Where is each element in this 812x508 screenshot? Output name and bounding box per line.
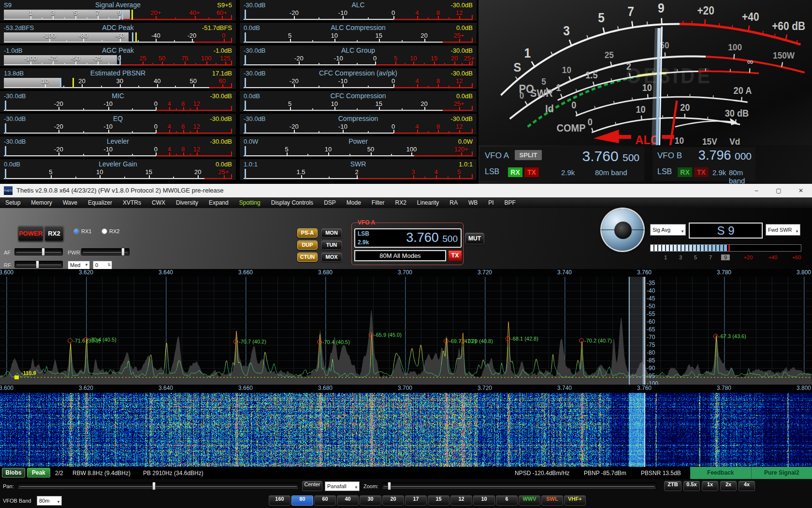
pan-slider[interactable] — [17, 482, 299, 490]
band-vhf-button[interactable]: VHF+ — [564, 495, 586, 506]
zoom-4x-button[interactable]: 4x — [739, 481, 755, 491]
vfo-a-frequency[interactable]: 3.760 500 — [582, 148, 639, 164]
band-wwv-button[interactable]: WWV — [519, 495, 540, 506]
meter-column-left: S9Signal AverageS9+51357920+40+60+-53.2d… — [0, 0, 236, 180]
pwr-slider-thumb[interactable] — [121, 248, 125, 256]
band-10-button[interactable]: 10 — [473, 495, 495, 506]
panadapter[interactable]: -35-40-45-50-55-60-65-70-75-80-85-90-95-… — [0, 277, 812, 385]
menu-item-display-controls[interactable]: Display Controls — [266, 197, 319, 208]
db-label-75: -75 — [647, 342, 655, 348]
split-button[interactable]: SPLIT — [515, 150, 542, 160]
psa-button[interactable]: PS-A — [297, 228, 318, 238]
menu-item-linearity[interactable]: Linearity — [412, 197, 444, 208]
rx2-button[interactable]: RX2 — [44, 225, 64, 241]
peak-circle-icon — [713, 334, 718, 339]
band-60-button[interactable]: 60 — [314, 495, 336, 506]
menu-item-equalizer[interactable]: Equalizer — [83, 197, 117, 208]
svg-text:SWR: SWR — [530, 87, 553, 99]
minimize-button[interactable]: – — [745, 184, 768, 197]
feedback-label[interactable]: Feedback — [690, 467, 752, 479]
mon-button[interactable]: MON — [321, 228, 342, 238]
rf-slider[interactable] — [14, 261, 63, 268]
waterfall[interactable] — [0, 393, 812, 467]
menu-item-pi[interactable]: PI — [483, 197, 499, 208]
peak-button[interactable]: Peak — [27, 468, 50, 478]
zoom-0-5x-button[interactable]: 0.5x — [683, 481, 700, 491]
menu-item-mode[interactable]: Mode — [341, 197, 366, 208]
maximize-button[interactable]: ▢ — [768, 184, 790, 197]
menu-item-xvtrs[interactable]: XVTRs — [117, 197, 146, 208]
ctun-button[interactable]: CTUN — [297, 253, 318, 262]
menu-item-diversity[interactable]: Diversity — [171, 197, 203, 208]
band-40-button[interactable]: 40 — [337, 495, 359, 506]
menu-item-setup[interactable]: Setup — [0, 197, 26, 208]
menu-item-expand[interactable]: Expand — [203, 197, 234, 208]
blobs-button[interactable]: Blobs — [2, 468, 25, 478]
meter-bar: -20-1004812 — [4, 123, 232, 134]
close-button[interactable]: ✕ — [790, 184, 812, 197]
menu-item-filter[interactable]: Filter — [366, 197, 390, 208]
af-slider[interactable] — [14, 248, 63, 255]
rx1-radio-dot[interactable] — [73, 228, 79, 234]
db-label-65: -65 — [647, 326, 655, 333]
agc-select[interactable]: Med▼ — [68, 261, 90, 269]
tx-meter-select[interactable]: Fwd SWR▼ — [766, 224, 800, 236]
band-160-button[interactable]: 160 — [269, 495, 290, 506]
vfo-a-tuning-display[interactable]: LSB 2.9k 3.760 500 — [354, 228, 462, 248]
tun-button[interactable]: TUN — [321, 240, 342, 250]
band-17-button[interactable]: 17 — [405, 495, 427, 506]
zoom-1x-button[interactable]: 1x — [702, 481, 718, 491]
band-80-button[interactable]: 80 — [291, 495, 313, 506]
svg-text:10: 10 — [675, 135, 684, 145]
tuning-knob[interactable] — [602, 209, 643, 251]
menu-item-wb[interactable]: WB — [463, 197, 483, 208]
menu-item-rx2[interactable]: RX2 — [390, 197, 412, 208]
pwr-slider[interactable] — [81, 248, 130, 255]
vfo-a-display[interactable]: VFO A SPLIT 3.760 500 LSB RX TX 2.9k 80m… — [480, 147, 644, 181]
menu-item-dsp[interactable]: DSP — [319, 197, 341, 208]
menu-item-spotting[interactable]: Spotting — [234, 197, 266, 208]
pan-slider-thumb[interactable] — [152, 482, 156, 490]
band-select[interactable]: 80m▼ — [37, 496, 62, 506]
tx-indicator[interactable]: TX — [448, 250, 462, 261]
meter-signal-average: S9Signal AverageS9+51357920+40+60+ — [0, 0, 236, 21]
vfo-b-display[interactable]: VFO B 3.796 000 LSB RX TX 2.9k 80m band — [652, 147, 755, 181]
band-swl-button[interactable]: SWL — [541, 495, 563, 506]
band-mode-display[interactable]: 80M All Modes — [354, 250, 446, 261]
vfo-b-frequency[interactable]: 3.796 000 — [698, 148, 752, 163]
tuning-knob-center[interactable] — [614, 222, 632, 239]
rx1-radio[interactable]: RX1 — [73, 228, 91, 234]
rx2-radio-dot[interactable] — [102, 228, 107, 234]
puresignal-label[interactable]: Pure Signal2 — [752, 467, 812, 479]
mut-button[interactable]: MUT — [465, 233, 484, 244]
band-15-button[interactable]: 15 — [428, 495, 450, 506]
step-spinner[interactable]: 0⇅ — [93, 261, 112, 269]
center-button[interactable]: Center — [302, 481, 322, 491]
power-button[interactable]: POWER — [18, 225, 44, 241]
menu-item-memory[interactable]: Memory — [26, 197, 57, 208]
peak-annotation: -70.7 (40.2) — [233, 339, 266, 344]
ztb-button[interactable]: ZTB — [664, 481, 682, 491]
band-6-button[interactable]: 6 — [496, 495, 518, 506]
menu-item-cwx[interactable]: CWX — [146, 197, 171, 208]
band-12-button[interactable]: 12 — [450, 495, 472, 506]
rx-meter-select[interactable]: Sig Avg▼ — [650, 224, 686, 236]
af-slider-thumb[interactable] — [42, 248, 45, 256]
zoom-slider-thumb[interactable] — [388, 482, 391, 490]
svg-text:0: 0 — [588, 117, 593, 127]
console: POWER RX2 RX1 RX2 AF PWR RF Med▼ 0⇅ PS-A… — [0, 208, 812, 269]
band-30-button[interactable]: 30 — [360, 495, 381, 506]
zoom-2x-button[interactable]: 2x — [720, 481, 737, 491]
zoom-slider[interactable] — [382, 482, 656, 490]
menu-item-ra[interactable]: RA — [444, 197, 463, 208]
mox-button[interactable]: MOX — [321, 253, 342, 262]
rf-slider-thumb[interactable] — [36, 260, 39, 269]
display-mode-select[interactable]: Panafall▼ — [325, 481, 360, 491]
menu-item-wave[interactable]: Wave — [58, 197, 83, 208]
frequency-readout[interactable]: 3.760 500 — [406, 230, 458, 245]
rx2-radio[interactable]: RX2 — [102, 228, 119, 234]
display-mode-value: Panafall — [327, 483, 347, 489]
band-20-button[interactable]: 20 — [382, 495, 404, 506]
menu-item-bpf[interactable]: BPF — [499, 197, 521, 208]
dup-button[interactable]: DUP — [297, 240, 318, 250]
